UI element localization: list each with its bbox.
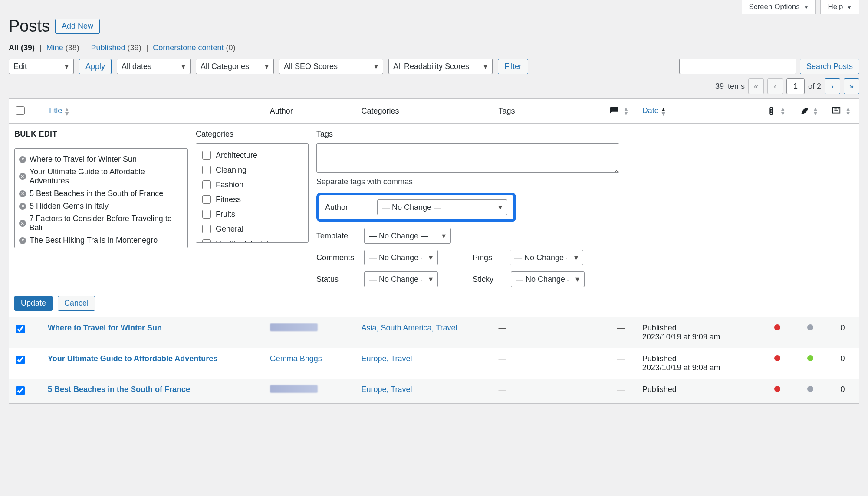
table-row: Your Ultimate Guide to Affordable Advent… xyxy=(9,348,859,379)
pings-select[interactable]: — No Change — xyxy=(510,250,583,265)
view-mine[interactable]: Mine (38) xyxy=(46,43,79,52)
remove-icon[interactable]: ✕ xyxy=(19,203,26,210)
readability-score-dot xyxy=(807,355,813,361)
last-page-button[interactable]: » xyxy=(844,78,859,94)
category-filter-select[interactable]: All Categories xyxy=(196,59,274,74)
bulk-post-item: ✕The Best Hiking Trails in Montenegro xyxy=(19,234,183,247)
view-published[interactable]: Published (39) xyxy=(91,43,141,52)
bulk-post-item: ✕5 Best Beaches in the South of France xyxy=(19,187,183,200)
comment-icon xyxy=(609,106,619,116)
search-button[interactable]: Search Posts xyxy=(800,59,859,74)
category-option[interactable]: Healthy Lifestyle xyxy=(201,236,304,243)
first-page-button[interactable]: « xyxy=(748,78,764,94)
sticky-label: Sticky xyxy=(473,275,493,284)
post-title-link[interactable]: 5 Best Beaches in the South of France xyxy=(48,385,190,394)
category-links[interactable]: Europe, Travel xyxy=(361,385,412,394)
category-label: Architecture xyxy=(216,151,257,160)
view-cornerstone[interactable]: Cornerstone content (0) xyxy=(153,43,235,52)
select-all-checkbox[interactable] xyxy=(16,106,25,115)
template-select[interactable]: — No Change — xyxy=(364,228,451,244)
cancel-button[interactable]: Cancel xyxy=(58,296,95,311)
remove-icon[interactable]: ✕ xyxy=(19,220,26,227)
link-count: 0 xyxy=(841,354,845,363)
next-page-button[interactable]: › xyxy=(825,78,840,94)
search-input[interactable] xyxy=(679,59,796,74)
svg-point-1 xyxy=(770,108,772,109)
view-filters: All (39) | Mine (38) | Published (39) | … xyxy=(9,43,859,52)
category-checkbox[interactable] xyxy=(202,195,211,204)
apply-button[interactable]: Apply xyxy=(79,59,112,74)
col-categories[interactable]: Categories xyxy=(356,99,493,124)
screen-options-toggle[interactable]: Screen Options ▼ xyxy=(742,0,816,14)
post-status: Published xyxy=(642,354,756,363)
category-option[interactable]: Fruits xyxy=(201,207,304,222)
col-title[interactable]: Title▲▼ xyxy=(43,99,265,124)
post-title-link[interactable]: Your Ultimate Guide to Affordable Advent… xyxy=(48,354,217,363)
row-checkbox[interactable] xyxy=(16,325,25,333)
post-date: 2023/10/19 at 9:08 am xyxy=(642,363,756,372)
col-tags[interactable]: Tags xyxy=(493,99,605,124)
page-title: Posts xyxy=(9,17,50,36)
bulk-tags-hint: Separate tags with commas xyxy=(316,177,619,186)
readability-filter-select[interactable]: All Readability Scores xyxy=(388,59,493,74)
category-option[interactable]: Architecture xyxy=(201,148,304,163)
bulk-tags-input[interactable] xyxy=(316,143,619,173)
update-button[interactable]: Update xyxy=(14,296,53,311)
col-date[interactable]: Date▲▼ xyxy=(637,99,761,124)
author-select[interactable]: — No Change — xyxy=(377,199,507,215)
category-checkbox[interactable] xyxy=(202,180,211,189)
prev-page-button[interactable]: ‹ xyxy=(767,78,783,94)
author-blurred: xxxx xyxy=(270,385,318,393)
comments-select[interactable]: — No Change — xyxy=(364,250,438,265)
category-option[interactable]: Cleaning xyxy=(201,163,304,177)
view-all[interactable]: All (39) xyxy=(9,43,35,52)
category-checkbox[interactable] xyxy=(202,210,211,219)
status-label: Status xyxy=(316,275,355,284)
comments-empty: — xyxy=(617,354,625,363)
help-toggle[interactable]: Help ▼ xyxy=(820,0,859,14)
row-checkbox[interactable] xyxy=(16,356,25,364)
author-label: Author xyxy=(325,203,364,212)
col-comments[interactable]: ▲▼ xyxy=(604,99,637,124)
remove-icon[interactable]: ✕ xyxy=(19,173,26,180)
category-checkbox[interactable] xyxy=(202,166,211,174)
bulk-action-select[interactable]: Edit xyxy=(9,59,74,74)
bulk-categories-label: Categories xyxy=(196,130,309,139)
remove-icon[interactable]: ✕ xyxy=(19,190,26,197)
category-option[interactable]: Fitness xyxy=(201,192,304,207)
date-filter-select[interactable]: All dates xyxy=(117,59,191,74)
category-label: Fashion xyxy=(216,180,243,189)
category-links[interactable]: Europe, Travel xyxy=(361,354,412,363)
bulk-post-title: 5 Best Beaches in the South of France xyxy=(30,189,163,198)
remove-icon[interactable]: ✕ xyxy=(19,237,26,244)
readability-score-dot xyxy=(807,324,813,330)
seo-filter-select[interactable]: All SEO Scores xyxy=(279,59,383,74)
category-links[interactable]: Asia, South America, Travel xyxy=(361,323,457,332)
category-option[interactable]: Fashion xyxy=(201,177,304,192)
author-link[interactable]: Gemma Briggs xyxy=(270,354,322,363)
sticky-select[interactable]: — No Change — xyxy=(511,271,585,287)
seo-score-dot xyxy=(774,355,780,361)
add-new-button[interactable]: Add New xyxy=(55,19,100,34)
category-option[interactable]: General xyxy=(201,222,304,236)
category-checkbox[interactable] xyxy=(202,239,211,243)
current-page-input[interactable] xyxy=(786,78,805,94)
comments-empty: — xyxy=(617,385,625,394)
category-checkbox[interactable] xyxy=(202,225,211,233)
table-row: Where to Travel for Winter SunxxxxAsia, … xyxy=(9,317,859,348)
remove-icon[interactable]: ✕ xyxy=(19,156,26,163)
post-title-link[interactable]: Where to Travel for Winter Sun xyxy=(48,323,162,332)
row-checkbox[interactable] xyxy=(16,386,25,395)
bulk-post-title: 7 Factors to Consider Before Traveling t… xyxy=(30,214,183,232)
category-checkbox[interactable] xyxy=(202,151,211,160)
post-status: Published xyxy=(642,385,756,394)
col-links[interactable]: ▲▼ xyxy=(826,99,859,124)
comments-empty: — xyxy=(617,323,625,332)
tags-empty: — xyxy=(499,354,506,363)
status-select[interactable]: — No Change — xyxy=(364,271,438,287)
col-readability[interactable]: ▲▼ xyxy=(794,99,826,124)
filter-button[interactable]: Filter xyxy=(498,59,528,74)
col-author[interactable]: Author xyxy=(265,99,356,124)
col-seo[interactable]: ▲▼ xyxy=(761,99,794,124)
template-label: Template xyxy=(316,232,355,241)
